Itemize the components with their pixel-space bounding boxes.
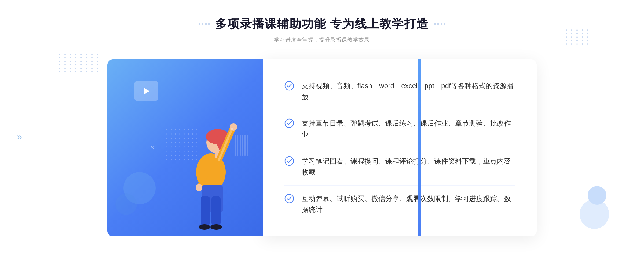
dot-7	[441, 23, 442, 25]
svg-point-15	[285, 81, 294, 90]
svg-rect-10	[201, 196, 210, 226]
feature-text-2: 支持章节目录、弹题考试、课后练习、课后作业、章节测验、批改作业	[302, 118, 515, 140]
illustration-panel: «	[107, 59, 263, 236]
check-icon-3	[284, 156, 294, 166]
main-title: 多项录播课辅助功能 专为线上教学打造	[215, 16, 429, 32]
title-row: 多项录播课辅助功能 专为线上教学打造	[199, 16, 445, 32]
dot-3	[205, 23, 207, 25]
feature-item-1: 支持视频、音频、flash、word、excel、ppt、pdf等各种格式的资源…	[284, 73, 515, 110]
content-area: «	[107, 59, 537, 236]
person-illustration	[168, 97, 254, 236]
feature-text-3: 学习笔记回看、课程提问、课程评论打分、课件资料下载，重点内容收藏	[302, 156, 515, 178]
dot-grid-left: // will be rendered below	[59, 54, 100, 72]
subtitle: 学习进度全掌握，提升录播课教学效果	[199, 36, 445, 43]
svg-point-12	[199, 224, 210, 230]
page-wrapper: // will be rendered below » 多项录播课辅助功能 专为…	[0, 0, 644, 261]
left-decorator	[199, 23, 210, 25]
dot-8	[444, 23, 445, 25]
dot-1	[199, 23, 200, 25]
svg-point-17	[285, 157, 294, 165]
right-decorator	[434, 23, 445, 25]
feature-text-1: 支持视频、音频、flash、word、excel、ppt、pdf等各种格式的资源…	[302, 80, 515, 103]
inner-arrows-decoration: «	[150, 143, 155, 151]
dot-2	[202, 23, 203, 25]
dot-4	[208, 23, 210, 25]
svg-rect-11	[211, 196, 221, 226]
check-icon-1	[284, 81, 294, 91]
dot-6	[437, 23, 439, 25]
content-panel: 支持视频、音频、flash、word、excel、ppt、pdf等各种格式的资源…	[263, 59, 537, 236]
dot-grid-right	[566, 29, 590, 45]
feature-text-4: 互动弹幕、试听购买、微信分享、观看次数限制、学习进度跟踪、数据统计	[302, 193, 515, 215]
svg-point-16	[285, 119, 294, 128]
dot-5	[434, 23, 436, 25]
arrow-left-decoration: »	[17, 131, 22, 143]
feature-item-4: 互动弹幕、试听购买、微信分享、观看次数限制、学习进度跟踪、数据统计	[284, 186, 515, 223]
svg-point-18	[285, 194, 294, 203]
check-icon-2	[284, 118, 294, 128]
header-section: 多项录播课辅助功能 专为线上教学打造 学习进度全掌握，提升录播课教学效果	[199, 16, 445, 43]
bg-circles-decoration	[580, 199, 609, 229]
deco-circle-small	[115, 193, 137, 215]
accent-bar	[418, 59, 421, 236]
play-bubble	[134, 81, 158, 101]
check-icon-4	[284, 194, 294, 203]
feature-item-3: 学习笔记回看、课程提问、课程评论打分、课件资料下载，重点内容收藏	[284, 148, 515, 186]
feature-item-2: 支持章节目录、弹题考试、课后练习、课后作业、章节测验、批改作业	[284, 110, 515, 148]
svg-point-13	[210, 224, 222, 230]
